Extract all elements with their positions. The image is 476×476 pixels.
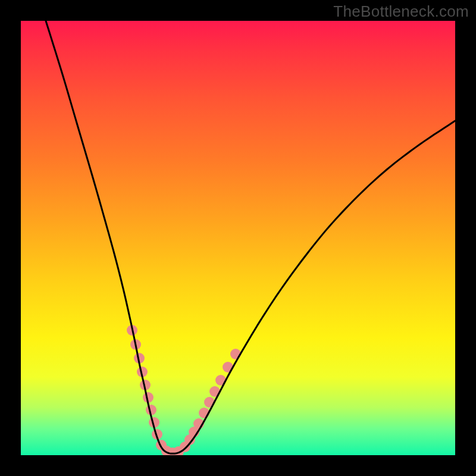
chart-svg [21,21,455,455]
chart-plot-area [21,21,455,455]
chart-frame: TheBottleneck.com [0,0,476,476]
chart-markers-layer [127,325,241,455]
watermark-text: TheBottleneck.com [333,2,469,21]
bottleneck-curve [46,21,455,453]
